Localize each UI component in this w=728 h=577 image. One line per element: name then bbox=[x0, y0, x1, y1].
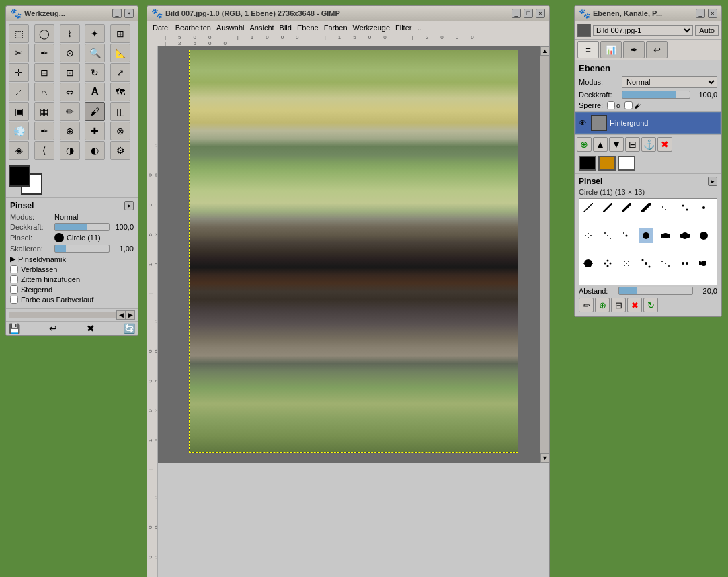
black-chip[interactable] bbox=[579, 156, 596, 171]
lock-paint-checkbox[interactable] bbox=[624, 101, 633, 109]
scissors-tool[interactable]: ✂ bbox=[9, 44, 29, 62]
clone-tool[interactable]: ⊕ bbox=[60, 122, 80, 140]
brush-options-expand[interactable]: ▸ bbox=[124, 201, 134, 210]
brush-cell[interactable] bbox=[696, 200, 711, 215]
opacity-slider[interactable] bbox=[622, 91, 690, 99]
text-tool[interactable]: A bbox=[85, 83, 105, 101]
ink-tool[interactable]: ✒ bbox=[34, 122, 54, 140]
smudge-tool[interactable]: ⟨ bbox=[34, 141, 54, 160]
color-picker-tool[interactable]: ⊙ bbox=[60, 44, 80, 62]
zittern-checkbox[interactable] bbox=[10, 275, 18, 283]
tab-ebenen[interactable]: ≡ bbox=[577, 41, 599, 58]
menu-datei[interactable]: Datei bbox=[153, 24, 170, 32]
rotate-tool[interactable]: ↻ bbox=[85, 63, 105, 82]
layer-visibility-icon[interactable]: 👁 bbox=[579, 118, 588, 128]
delete-layer-button[interactable]: ✖ bbox=[657, 137, 672, 152]
brush-cell[interactable] bbox=[600, 256, 615, 271]
white-chip[interactable] bbox=[618, 156, 635, 171]
paths-tool[interactable]: ✒ bbox=[34, 44, 54, 62]
eraser-tool[interactable]: ◫ bbox=[110, 102, 130, 121]
scale-tool[interactable]: ⤢ bbox=[110, 63, 130, 82]
menu-bearbeiten[interactable]: Bearbeiten bbox=[175, 24, 211, 32]
toolbox-refresh-button[interactable]: 🔄 bbox=[124, 323, 135, 334]
verblassen-checkbox[interactable] bbox=[10, 265, 18, 273]
menu-ebene[interactable]: Ebene bbox=[297, 24, 319, 32]
toolbox-close-button[interactable]: × bbox=[124, 9, 134, 18]
color-select-tool[interactable]: ⊞ bbox=[110, 24, 130, 43]
brush-cell[interactable] bbox=[581, 200, 596, 215]
toolbox-save-button[interactable]: 💾 bbox=[9, 323, 20, 334]
toolbox-minimize-button[interactable]: _ bbox=[112, 9, 122, 18]
pinseldynamik-row[interactable]: ▶ Pinseldynamik bbox=[10, 255, 134, 263]
menu-bild[interactable]: Bild bbox=[280, 24, 292, 32]
brush-cell-selected[interactable] bbox=[639, 228, 653, 243]
image-viewport[interactable]: ▲ ▼ bbox=[158, 46, 549, 463]
brush-cell[interactable] bbox=[678, 228, 692, 243]
blend-tool[interactable]: ▦ bbox=[34, 102, 54, 121]
brush-cell[interactable] bbox=[658, 228, 673, 243]
align-tool[interactable]: ⊟ bbox=[34, 63, 54, 82]
pinsel-preview[interactable]: Circle (11) bbox=[54, 233, 101, 242]
tab-kanaele[interactable]: 📊 bbox=[600, 41, 622, 58]
zoom-tool[interactable]: 🔍 bbox=[85, 44, 105, 62]
crop-tool[interactable]: ⊡ bbox=[60, 63, 80, 82]
brush-duplicate-button[interactable]: ⊟ bbox=[611, 298, 626, 312]
right-minimize-button[interactable]: _ bbox=[696, 9, 705, 18]
flip-tool[interactable]: ⇔ bbox=[60, 83, 80, 101]
brush-panel-expand[interactable]: ▸ bbox=[708, 177, 717, 186]
lock-alpha-checkbox[interactable] bbox=[607, 101, 615, 109]
layer-item[interactable]: 👁 Hintergrund bbox=[576, 113, 720, 133]
new-layer-from-visible-button[interactable]: ⊕ bbox=[577, 137, 592, 152]
rect-select-tool[interactable]: ⬚ bbox=[9, 24, 29, 43]
brush-cell[interactable] bbox=[696, 256, 711, 271]
menu-filter[interactable]: Filter bbox=[395, 24, 411, 32]
layer-down-button[interactable]: ▼ bbox=[609, 137, 624, 152]
brush-new-button[interactable]: ⊕ bbox=[595, 298, 610, 312]
brush-cell[interactable] bbox=[678, 200, 692, 215]
auto-button[interactable]: Auto bbox=[695, 25, 719, 36]
image-select[interactable]: Bild 007.jpg-1 bbox=[593, 25, 693, 36]
move-tool[interactable]: ✛ bbox=[9, 63, 29, 82]
dodge-burn-tool[interactable]: ◑ bbox=[60, 141, 80, 160]
brush-cell[interactable] bbox=[639, 256, 653, 271]
menu-auswahl[interactable]: Auswahl bbox=[216, 24, 245, 32]
brush-cell[interactable] bbox=[619, 256, 634, 271]
image-minimize-button[interactable]: _ bbox=[512, 9, 521, 18]
perspective-tool[interactable]: ⏢ bbox=[34, 83, 54, 101]
brush-refresh-button[interactable]: ↻ bbox=[643, 298, 658, 312]
perspective-clone-tool[interactable]: ⊗ bbox=[110, 122, 130, 140]
paintbrush-tool[interactable]: 🖌 bbox=[85, 102, 105, 121]
right-close-button[interactable]: × bbox=[708, 9, 717, 18]
farbe-checkbox[interactable] bbox=[10, 296, 18, 304]
vscroll-up[interactable]: ▲ bbox=[540, 46, 550, 56]
brush-cell[interactable] bbox=[696, 228, 711, 243]
menu-more[interactable]: … bbox=[417, 24, 424, 32]
heal-tool[interactable]: ✚ bbox=[85, 122, 105, 140]
brush-cell[interactable] bbox=[658, 200, 673, 215]
skalieren-slider[interactable] bbox=[54, 245, 110, 253]
image-maximize-button[interactable]: □ bbox=[524, 9, 533, 18]
shear-tool[interactable]: ⟋ bbox=[9, 83, 29, 101]
fuzzy-select-tool[interactable]: ✦ bbox=[85, 24, 105, 43]
brush-cell[interactable] bbox=[581, 228, 596, 243]
brush-edit-button[interactable]: ✏ bbox=[579, 298, 594, 312]
anchor-layer-button[interactable]: ⚓ bbox=[641, 137, 656, 152]
brush-cell[interactable] bbox=[678, 256, 692, 271]
orange-chip[interactable] bbox=[598, 156, 616, 171]
bucket-fill-tool[interactable]: ▣ bbox=[9, 102, 29, 121]
steigernd-checkbox[interactable] bbox=[10, 285, 18, 294]
toolbox-scroll-left[interactable]: ◀ bbox=[116, 310, 126, 320]
abstand-slider[interactable] bbox=[618, 287, 693, 295]
foreground-color-box[interactable] bbox=[9, 165, 30, 187]
brush-cell[interactable] bbox=[639, 200, 653, 215]
toolbox-scroll-right[interactable]: ▶ bbox=[126, 310, 135, 320]
menu-farben[interactable]: Farben bbox=[324, 24, 348, 32]
ellipse-select-tool[interactable]: ◯ bbox=[34, 24, 54, 43]
tab-history[interactable]: ↩ bbox=[646, 41, 668, 58]
image-close-button[interactable]: × bbox=[536, 9, 545, 18]
toolbox-undo-button[interactable]: ↩ bbox=[49, 323, 57, 334]
menu-werkzeuge[interactable]: Werkzeuge bbox=[353, 24, 390, 32]
brush-cell[interactable] bbox=[619, 228, 634, 243]
modus-select[interactable]: Normal bbox=[622, 76, 717, 88]
duplicate-layer-button[interactable]: ⊟ bbox=[625, 137, 640, 152]
